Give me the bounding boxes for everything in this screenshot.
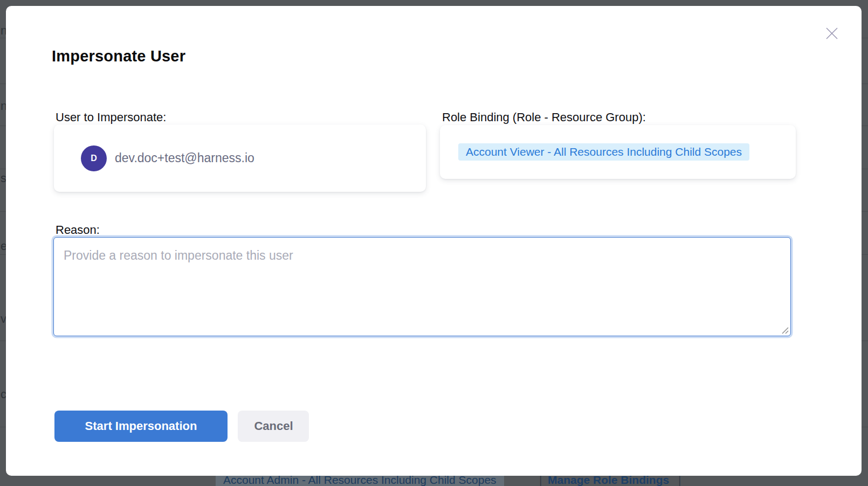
role-binding-label: Role Binding (Role - Resource Group): bbox=[442, 110, 646, 124]
impersonate-user-modal: Impersonate User User to Impersonate: D … bbox=[6, 6, 862, 476]
modal-actions: Start Impersonation Cancel bbox=[54, 411, 309, 442]
reason-field-wrapper bbox=[53, 237, 791, 336]
close-icon bbox=[823, 24, 841, 43]
user-to-impersonate-label: User to Impersonate: bbox=[56, 110, 166, 124]
role-binding-card: Account Viewer - All Resources Including… bbox=[440, 125, 796, 179]
close-button[interactable] bbox=[823, 24, 841, 43]
cancel-button[interactable]: Cancel bbox=[238, 411, 309, 442]
start-impersonation-button[interactable]: Start Impersonation bbox=[54, 411, 228, 442]
reason-input[interactable] bbox=[53, 237, 791, 336]
user-email: dev.doc+test@harness.io bbox=[115, 151, 254, 165]
screen-root: n n s ev ve ct Account Admin - All Resou… bbox=[0, 0, 868, 486]
role-binding-chip: Account Viewer - All Resources Including… bbox=[458, 143, 749, 161]
modal-title: Impersonate User bbox=[52, 47, 185, 65]
reason-label: Reason: bbox=[56, 223, 100, 237]
user-card: D dev.doc+test@harness.io bbox=[54, 124, 426, 192]
user-avatar: D bbox=[81, 145, 107, 171]
